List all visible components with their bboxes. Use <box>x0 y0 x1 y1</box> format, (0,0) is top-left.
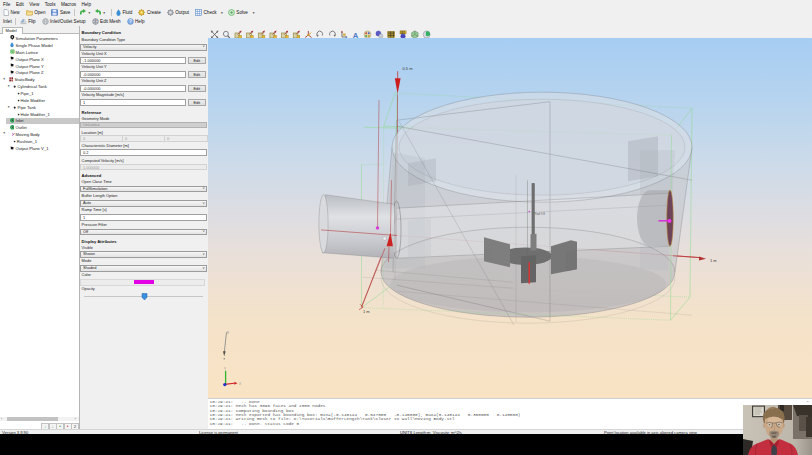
svg-text:1 m: 1 m <box>710 257 717 262</box>
svg-text:1 m: 1 m <box>363 308 370 313</box>
svg-text:Rod 9.8: Rod 9.8 <box>534 211 545 215</box>
svg-text:?: ? <box>129 19 132 24</box>
svg-text:0.5 m: 0.5 m <box>403 65 414 70</box>
